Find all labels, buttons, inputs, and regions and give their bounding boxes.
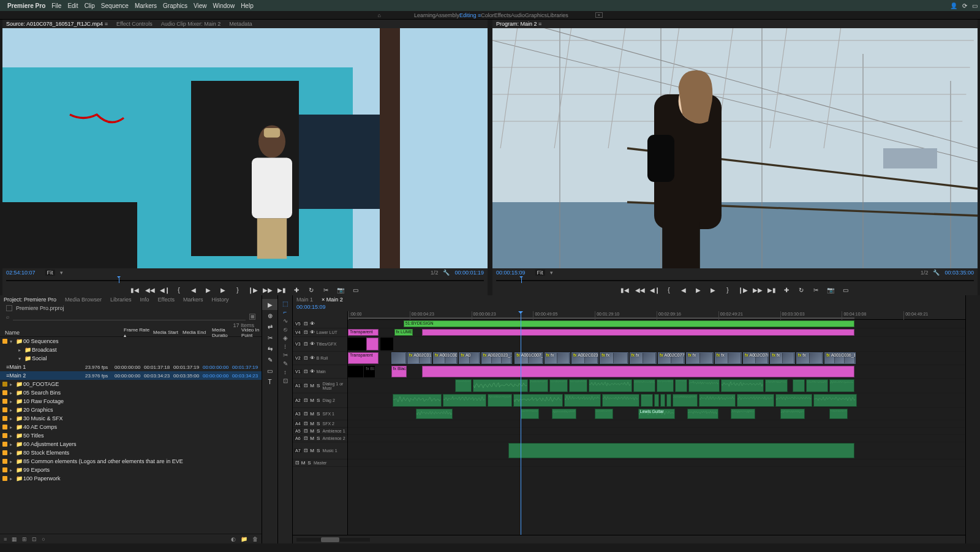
- tl-option[interactable]: ✎: [278, 359, 292, 368]
- workspace-assembly[interactable]: Assembly: [435, 12, 459, 18]
- project-row[interactable]: ▸📁50 Titles: [0, 431, 262, 440]
- wrench-icon[interactable]: 🔧: [443, 270, 450, 276]
- clip[interactable]: fxfx: [600, 352, 628, 364]
- transport-btn[interactable]: ▶▶: [753, 287, 761, 293]
- track-header[interactable]: V3⊡👁Titles/GFX: [293, 337, 347, 352]
- clip[interactable]: [443, 394, 486, 407]
- project-row[interactable]: ▾📁Social: [0, 354, 262, 363]
- clip[interactable]: [549, 379, 568, 392]
- track[interactable]: Lewis Guitar: [348, 408, 965, 420]
- track[interactable]: [348, 459, 965, 467]
- transport-btn[interactable]: ▮◀: [620, 287, 629, 293]
- project-row[interactable]: ▸📁80 Stock Elements: [0, 448, 262, 457]
- project-search-input[interactable]: [13, 314, 246, 320]
- track[interactable]: Transparentfx LUMETRI: [348, 328, 965, 337]
- track-header[interactable]: V5⊡👁: [293, 320, 347, 328]
- clip[interactable]: [348, 338, 366, 350]
- menu-view[interactable]: View: [194, 2, 207, 9]
- transport-btn[interactable]: ✚: [292, 287, 301, 293]
- app-name[interactable]: Premiere Pro: [7, 2, 45, 9]
- project-row[interactable]: ▸📁30 Music & SFX: [0, 414, 262, 423]
- track-header[interactable]: V1⊡👁Main: [293, 365, 347, 379]
- tl-option[interactable]: ⫶: [278, 342, 292, 350]
- clip[interactable]: [589, 379, 632, 392]
- menu-graphics[interactable]: Graphics: [163, 2, 187, 9]
- clip[interactable]: [675, 379, 687, 392]
- clip[interactable]: Transparent: [348, 329, 379, 336]
- clip[interactable]: [393, 394, 442, 407]
- tab[interactable]: × Main 2: [322, 297, 343, 303]
- clip[interactable]: [552, 409, 576, 419]
- clip[interactable]: fx BLACK: [364, 366, 375, 377]
- clip[interactable]: [654, 394, 659, 407]
- clip[interactable]: [688, 379, 719, 392]
- tab[interactable]: Program: Main 2: [496, 21, 541, 27]
- clip[interactable]: [529, 379, 548, 392]
- track-header[interactable]: ⊡MSMaster: [293, 459, 347, 467]
- clip[interactable]: [806, 379, 828, 392]
- clip[interactable]: [569, 379, 587, 392]
- transport-btn[interactable]: 📷: [826, 287, 835, 293]
- track-header[interactable]: A3⊡MSSFX 1: [293, 408, 347, 420]
- clip[interactable]: fxA002C078: [743, 352, 769, 364]
- source-zoom-dd[interactable]: ▾: [60, 270, 63, 276]
- track[interactable]: [348, 337, 965, 352]
- clip[interactable]: fxfx: [630, 352, 657, 364]
- clip[interactable]: [813, 394, 857, 407]
- new-item-btn[interactable]: ◐: [231, 536, 236, 542]
- track-header[interactable]: A1⊡MSDialog 1 or Musi: [293, 379, 347, 393]
- col-header[interactable]: Frame Rate ▴: [124, 327, 153, 338]
- view-mode-btn[interactable]: ⊞: [22, 536, 27, 542]
- tab[interactable]: Metadata: [229, 21, 252, 27]
- clip[interactable]: [633, 379, 655, 392]
- tab[interactable]: Effect Controls: [116, 21, 153, 27]
- tool[interactable]: ▭: [262, 365, 277, 376]
- tl-option[interactable]: ⬚: [278, 299, 292, 308]
- project-breadcrumb[interactable]: Premiere Pro.prproj: [16, 305, 64, 311]
- clip[interactable]: [455, 379, 471, 392]
- source-fit[interactable]: Fit: [45, 270, 55, 276]
- tab[interactable]: Main 1: [296, 297, 313, 303]
- track[interactable]: fx BLACKfx Black Video: [348, 365, 965, 379]
- clip[interactable]: [793, 379, 805, 392]
- new-bin-icon[interactable]: ▦: [249, 314, 255, 320]
- track-header[interactable]: A4⊡MSSFX 2: [293, 420, 347, 428]
- fullscreen-icon[interactable]: »: [595, 12, 603, 18]
- view-mode-btn[interactable]: ○: [42, 536, 45, 542]
- tab[interactable]: Effects: [158, 297, 175, 303]
- view-mode-btn[interactable]: ⊡: [32, 536, 37, 542]
- transport-btn[interactable]: ❙▶: [738, 287, 747, 293]
- transport-btn[interactable]: ▶▮: [767, 287, 776, 293]
- clip[interactable]: fxA002C019: [407, 352, 432, 364]
- source-viewer[interactable]: [2, 28, 488, 268]
- program-viewer[interactable]: [492, 28, 978, 268]
- clip[interactable]: [721, 379, 764, 392]
- clip[interactable]: [595, 409, 613, 419]
- transport-btn[interactable]: ◀: [679, 287, 688, 293]
- tab[interactable]: Info: [140, 297, 149, 303]
- clip[interactable]: [416, 409, 453, 419]
- clip[interactable]: fxA002C023_160508_R: [571, 352, 598, 364]
- clip[interactable]: fxfx: [770, 352, 794, 364]
- track[interactable]: [348, 428, 965, 435]
- clip[interactable]: [765, 379, 787, 392]
- clip[interactable]: fxA002C023_160508_R1J: [481, 352, 512, 364]
- clip[interactable]: [641, 394, 653, 407]
- track-header[interactable]: A2⊡MSDiag 2: [293, 393, 347, 408]
- wrench-icon[interactable]: 🔧: [933, 270, 940, 276]
- project-row[interactable]: ▸📁10 Raw Footage: [0, 397, 262, 406]
- track-header[interactable]: V2⊡👁B Roll: [293, 352, 347, 365]
- clip[interactable]: Transparent: [348, 352, 379, 364]
- track-header[interactable]: A5⊡MSAmbience 1: [293, 428, 347, 435]
- transport-btn[interactable]: ✂: [322, 287, 330, 293]
- tl-option[interactable]: ∿: [278, 316, 292, 325]
- menu-edit[interactable]: Edit: [67, 2, 78, 9]
- track[interactable]: TransparentfxA002C019fxA001C008_160512fx…: [348, 352, 965, 365]
- clip[interactable]: fx LUMETRI: [394, 329, 413, 336]
- playhead[interactable]: [521, 311, 521, 535]
- clip[interactable]: [366, 338, 379, 350]
- workspace-graphics[interactable]: Graphics: [525, 12, 547, 18]
- window-controls[interactable]: ▭: [972, 2, 978, 9]
- transport-btn[interactable]: 📷: [336, 287, 345, 293]
- workspace-color[interactable]: Color: [481, 12, 494, 18]
